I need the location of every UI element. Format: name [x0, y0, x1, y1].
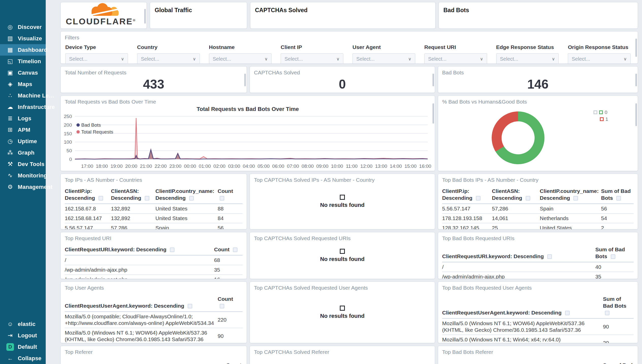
table-top-badbots-ips: ClientIP.ip: Descending ClientASN: Desce…: [442, 188, 634, 229]
column-header-clientip-country-name-descending[interactable]: ClientIP.country_name: Descending: [155, 188, 218, 204]
sidebar-item-timelion[interactable]: ◱Timelion: [0, 56, 46, 67]
sidebar-item-machine-le[interactable]: ∴Machine Le…: [0, 90, 46, 101]
column-header-sum-of-bad[interactable]: Sum of Bad: [443, 362, 633, 364]
panel-title: Top CAPTCHAs Solved IPs - AS Number - Co…: [250, 174, 435, 183]
sidebar-item-uptime[interactable]: ◷Uptime: [0, 136, 46, 147]
filter-label: Request URI: [424, 44, 487, 50]
sidebar-item-discover[interactable]: ◎Discover: [0, 21, 46, 33]
table-row: 178.128.193.15814,061Netherlands54: [442, 213, 634, 223]
column-header-sum-of-bad-bots[interactable]: Sum of Bad Bots: [603, 295, 634, 319]
dashboard-icon: ▦: [6, 46, 15, 53]
column-header-clientrequesturi-keyword-descending[interactable]: ClientRequestURI.keyword: Descending: [65, 246, 214, 255]
column-header-clientip-country-name-descending[interactable]: ClientIP.country_name: Descending: [540, 188, 601, 204]
filter-select-country[interactable]: Select...∨: [137, 53, 200, 64]
table-cell: 5.56.57.147: [65, 223, 111, 229]
table-top-badbots-ua: ClientRequestUserAgent.keyword: Descendi…: [442, 295, 634, 343]
svg-text:18:00: 18:00: [96, 163, 108, 169]
scrollbar-thumb[interactable]: [144, 9, 146, 24]
timeseries-plot: 05010015020025017:0018:0019:0020:0021:00…: [61, 96, 435, 171]
filter-select-device-type[interactable]: Select...∨: [65, 53, 128, 64]
panel-title: Bad Bots: [438, 67, 638, 76]
table-cell: 5.56.57.147: [442, 204, 492, 214]
logs-icon: ≣: [6, 115, 15, 122]
table-cell: 132,892: [111, 213, 155, 223]
svg-text:21:00: 21:00: [140, 163, 152, 169]
filter-select-edge-response-status[interactable]: Select...∨: [496, 53, 559, 64]
scrollbar-thumb[interactable]: [244, 74, 246, 86]
column-header-clientip-ip-descending[interactable]: ClientIP.ip: Descending: [65, 188, 111, 204]
panel-title: Top Referer: [61, 346, 247, 355]
sidebar-item-dashboard[interactable]: ▦Dashboard: [0, 44, 46, 56]
scrollbar-thumb[interactable]: [635, 39, 637, 57]
column-header-clientip-ip-descending[interactable]: ClientIP.ip: Descending: [442, 188, 492, 204]
sidebar-item-default[interactable]: DDefault: [0, 341, 46, 353]
scrollbar-thumb[interactable]: [432, 74, 434, 86]
scrollbar-thumb[interactable]: [635, 103, 637, 126]
sidebar-item-graph[interactable]: ⁂Graph: [0, 147, 46, 158]
panel-top-badbots-ips: Top Bad Bots IPs - AS Number - CountryCl…: [438, 174, 638, 229]
legend-item-total-requests[interactable]: Total Requests: [76, 128, 113, 135]
table-cell: /: [442, 262, 595, 272]
graph-icon: ⁂: [6, 149, 15, 156]
table-cell: United States: [540, 223, 601, 229]
column-header-clientasn-descending[interactable]: ClientASN: Descending: [111, 188, 155, 204]
svg-text:07:00: 07:00: [287, 163, 299, 169]
table-cell: 68: [214, 255, 243, 265]
filter-select-user-agent[interactable]: Select...∨: [352, 53, 415, 64]
sort-box-icon: [565, 311, 570, 315]
user-icon: ☺: [6, 321, 15, 327]
sidebar-item-monitoring[interactable]: ∿Monitoring: [0, 170, 46, 181]
column-header-count[interactable]: Count: [218, 295, 243, 312]
filter-device-type: Device TypeSelect...∨: [65, 44, 128, 64]
select-placeholder: Select...: [356, 56, 375, 62]
panel-title: Top CAPTCHAs Solved Requested URIs: [250, 232, 435, 241]
filter-select-origin-response-status[interactable]: Select...∨: [568, 53, 631, 64]
donut-legend-item-0[interactable]: 0: [593, 109, 608, 116]
filter-fields: Device TypeSelect...∨CountrySelect...∨Ho…: [61, 41, 638, 64]
column-header-count[interactable]: Count: [66, 362, 242, 364]
table-cell: 54: [601, 213, 634, 223]
sidebar-item-logout[interactable]: ⇥Logout: [0, 330, 46, 341]
filter-label: Edge Response Status: [496, 44, 559, 50]
scrollbar-thumb[interactable]: [635, 74, 637, 86]
sidebar-item-logs[interactable]: ≣Logs: [0, 113, 46, 124]
svg-text:06:00: 06:00: [272, 163, 284, 169]
filter-select-hostname[interactable]: Select...∨: [209, 53, 272, 64]
sidebar-item-management[interactable]: ⚙Management: [0, 181, 46, 193]
sidebar-item-label: Management: [18, 184, 52, 190]
column-header-clientrequestuseragent-keyword-descending[interactable]: ClientRequestUserAgent.keyword: Descendi…: [65, 295, 218, 312]
legend-dot-icon: [76, 130, 80, 134]
filter-select-request-uri[interactable]: Select...∨: [424, 53, 487, 64]
sidebar-item-infrastructure[interactable]: ☁Infrastructure: [0, 101, 46, 113]
panel-title: % Bad Bots vs Humans&Good Bots: [438, 96, 638, 105]
sidebar-item-canvas[interactable]: ▣Canvas: [0, 67, 46, 78]
panel-top-uri: Top Requested URIClientRequestURI.keywor…: [60, 232, 247, 279]
column-header-sum-of-bad-bots[interactable]: Sum of Bad Bots: [601, 188, 634, 204]
sidebar-item-maps[interactable]: ◈Maps: [0, 78, 46, 90]
column-header-clientrequestuseragent-keyword-descending[interactable]: ClientRequestUserAgent.keyword: Descendi…: [442, 295, 603, 319]
filter-select-client-ip[interactable]: Select...∨: [281, 53, 343, 64]
column-header-count[interactable]: Count: [214, 246, 243, 255]
panel-total-requests-metric: Total Number of Requests 433: [60, 66, 247, 93]
donut-chart[interactable]: [492, 111, 544, 164]
column-header-sum-of-bad-bots[interactable]: Sum of Bad Bots: [595, 246, 634, 262]
scrollbar-thumb[interactable]: [432, 103, 434, 124]
sidebar-item-dev-tools[interactable]: ⚒Dev Tools: [0, 158, 46, 170]
uptime-clock-icon: ◷: [6, 138, 15, 145]
sidebar-item-collapse[interactable]: ←Collapse: [0, 353, 46, 364]
no-results: No results found: [250, 195, 435, 208]
column-header-clientrequesturi-keyword-descending[interactable]: ClientRequestURI.keyword: Descending: [442, 246, 595, 262]
legend-toggle-icon[interactable]: [593, 110, 597, 114]
infrastructure-cloud-icon: ☁: [6, 104, 15, 110]
table-cell: Mozilla/5.0 (Windows NT 6.1; WOW64) Appl…: [65, 328, 218, 343]
sidebar-item-apm[interactable]: ⊞APM: [0, 124, 46, 136]
column-header-count[interactable]: Count: [218, 188, 243, 204]
table-row: Mozilla/5.0 (Windows NT 6.1; WOW64) Appl…: [442, 319, 634, 335]
sort-box-icon: [145, 196, 149, 201]
column-header-clientasn-descending[interactable]: ClientASN: Descending: [492, 188, 540, 204]
legend-item-bad-bots[interactable]: Bad Bots: [76, 122, 113, 128]
sidebar-item-elastic[interactable]: ☺elastic: [0, 318, 46, 330]
sidebar-item-visualize[interactable]: ▥Visualize: [0, 33, 46, 44]
donut-legend-item-1[interactable]: 1: [600, 116, 608, 123]
svg-text:14:00: 14:00: [390, 163, 402, 169]
